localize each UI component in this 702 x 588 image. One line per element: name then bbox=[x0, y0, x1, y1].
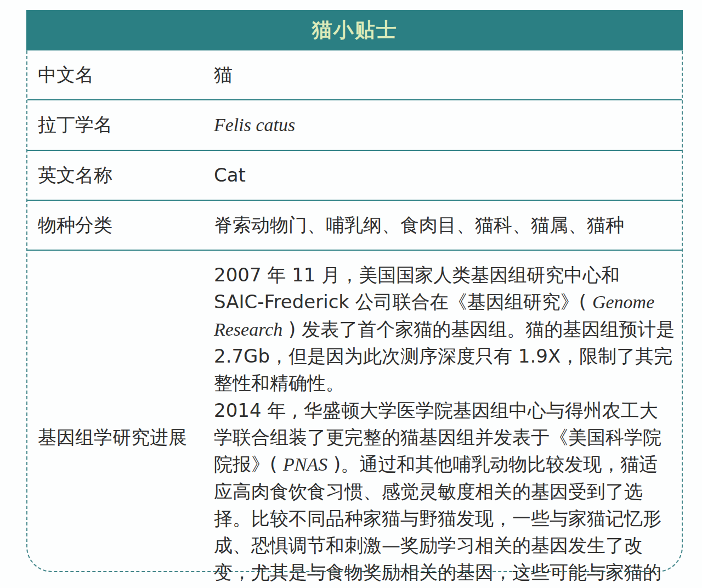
row-genomics-progress: 基因组学研究进展 2007 年 11 月，美国国家人类基因组研究中心和 SAIC… bbox=[27, 251, 682, 588]
card-header: 猫小贴士 bbox=[26, 10, 683, 50]
row-chinese-name: 中文名 猫 bbox=[27, 50, 682, 100]
row-taxonomy: 物种分类 脊索动物门、哺乳纲、食肉目、猫科、猫属、猫种 bbox=[27, 201, 682, 251]
row-value: Cat bbox=[214, 151, 682, 200]
row-value: 脊索动物门、哺乳纲、食肉目、猫科、猫属、猫种 bbox=[214, 201, 682, 250]
info-table: 中文名 猫 拉丁学名 Felis catus 英文名称 Cat 物种分类 脊索动… bbox=[27, 50, 682, 588]
row-value: Felis catus bbox=[214, 100, 682, 149]
row-label: 物种分类 bbox=[27, 204, 214, 246]
row-label: 基因组学研究进展 bbox=[27, 416, 214, 459]
row-value: 猫 bbox=[214, 50, 682, 99]
row-latin-name: 拉丁学名 Felis catus bbox=[27, 100, 682, 150]
card-title: 猫小贴士 bbox=[312, 16, 398, 44]
row-label: 中文名 bbox=[27, 54, 214, 96]
row-label: 英文名称 bbox=[27, 154, 214, 196]
row-english-name: 英文名称 Cat bbox=[27, 151, 682, 201]
genomics-value: 2007 年 11 月，美国国家人类基因组研究中心和 SAIC-Frederic… bbox=[214, 251, 682, 588]
cat-tips-card: 猫小贴士 中文名 猫 拉丁学名 Felis catus 英文名称 Cat 物种分… bbox=[26, 10, 683, 572]
row-label: 拉丁学名 bbox=[27, 104, 214, 146]
